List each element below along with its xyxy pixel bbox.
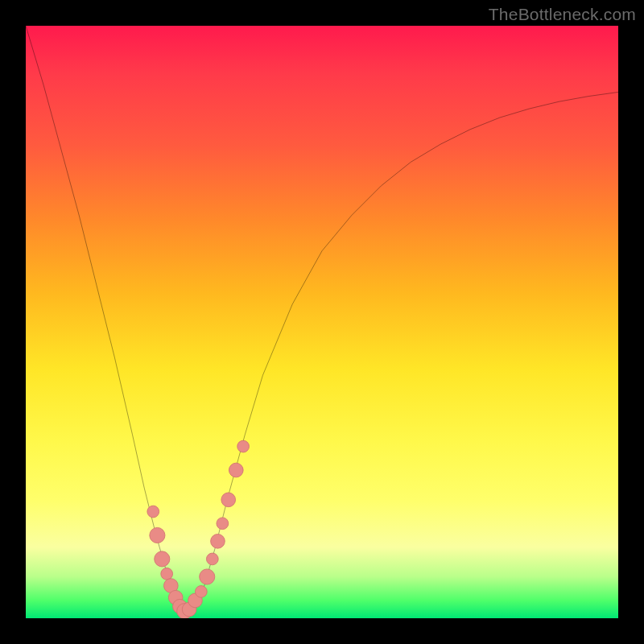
data-marker — [237, 440, 250, 452]
watermark-text: TheBottleneck.com — [489, 5, 636, 24]
data-marker — [195, 586, 207, 598]
plot-area — [26, 26, 618, 618]
data-marker — [161, 568, 173, 580]
data-marker — [229, 463, 243, 477]
data-marker — [221, 493, 236, 507]
data-marker — [155, 551, 170, 567]
data-marker — [217, 518, 229, 530]
bottleneck-curve-path — [26, 26, 618, 613]
marker-layer — [147, 440, 250, 618]
data-marker — [206, 553, 218, 565]
data-marker — [200, 569, 215, 584]
chart-stage: TheBottleneck.com — [0, 0, 644, 644]
data-marker — [147, 506, 159, 518]
curve-svg — [26, 26, 618, 618]
data-marker — [211, 534, 225, 548]
data-marker — [150, 527, 165, 543]
